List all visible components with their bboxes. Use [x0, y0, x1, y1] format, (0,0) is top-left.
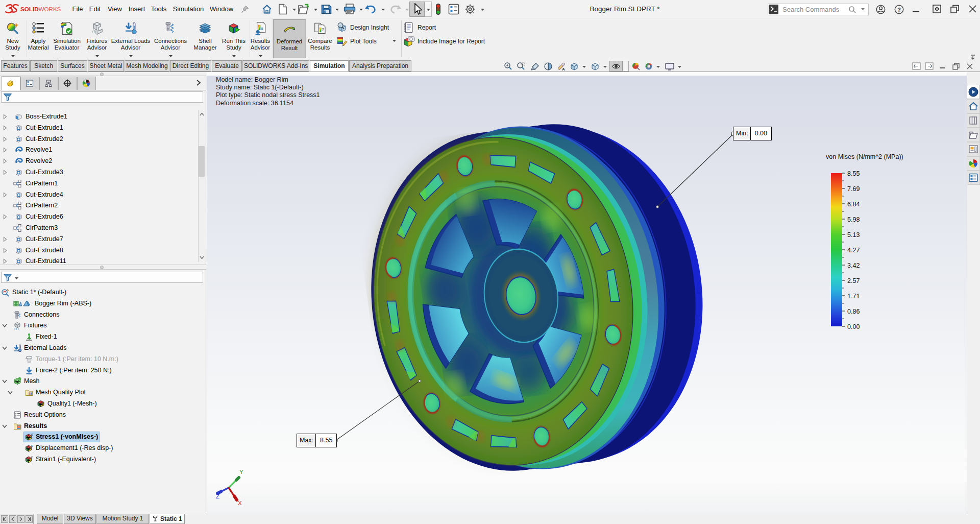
- svg-text:Y: Y: [239, 469, 243, 475]
- svg-text:6.84: 6.84: [847, 201, 860, 208]
- svg-text:8.55: 8.55: [847, 170, 860, 177]
- svg-text:7.69: 7.69: [847, 185, 860, 193]
- svg-text:X: X: [238, 500, 242, 506]
- svg-text:?: ?: [322, 27, 324, 32]
- svg-text:0.00: 0.00: [847, 323, 860, 330]
- svg-text:5.13: 5.13: [847, 231, 860, 239]
- svg-text:0.86: 0.86: [847, 308, 860, 315]
- svg-text:1.71: 1.71: [847, 293, 860, 300]
- svg-text:ε: ε: [31, 455, 33, 459]
- svg-text:4.27: 4.27: [847, 247, 860, 254]
- svg-text:3.42: 3.42: [847, 262, 860, 269]
- svg-text:u: u: [31, 444, 33, 447]
- svg-text:5.98: 5.98: [847, 216, 860, 223]
- svg-text:A: A: [562, 67, 565, 71]
- svg-text:von Mises (N/mm^2 (MPa)): von Mises (N/mm^2 (MPa)): [826, 153, 903, 160]
- svg-text:2.57: 2.57: [847, 277, 860, 284]
- svg-text:σ: σ: [31, 433, 34, 436]
- svg-text:?: ?: [897, 7, 901, 13]
- svg-text:Z: Z: [216, 493, 219, 499]
